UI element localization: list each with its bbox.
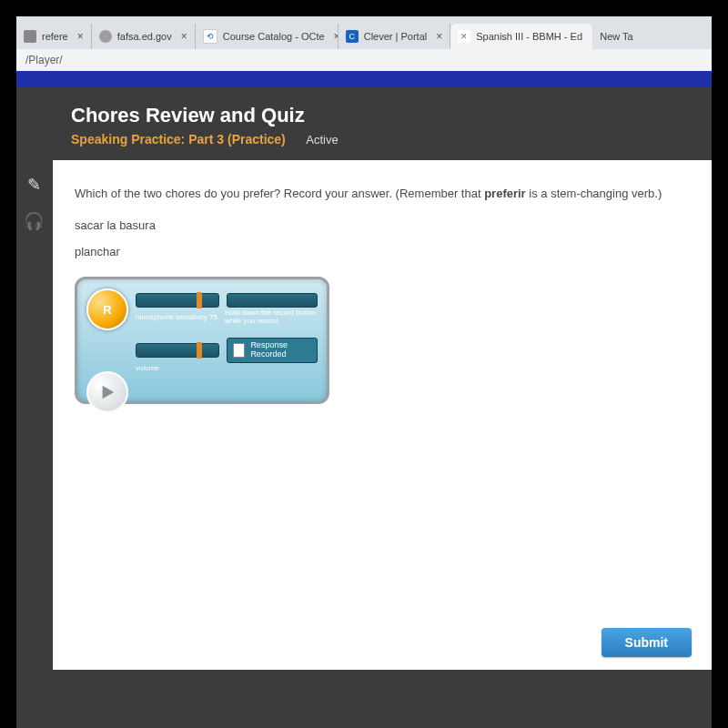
response-recorded-box: Response Recorded — [227, 338, 318, 363]
record-button[interactable]: R — [86, 288, 128, 330]
volume-label: volume — [136, 365, 318, 447]
favicon: C — [346, 30, 359, 43]
record-hint: Hold down the record button while you re… — [225, 309, 318, 326]
tab-reference[interactable]: refere × — [16, 24, 92, 49]
tab-fafsa[interactable]: fafsa.ed.gov × — [92, 24, 196, 49]
lesson-header: Chores Review and Quiz Speaking Practice… — [16, 104, 712, 160]
tab-strip: refere × fafsa.ed.gov × ⟲ Course Catalog… — [16, 16, 712, 49]
tab-label: Course Catalog - OCte — [223, 31, 325, 42]
tool-sidebar: ✎ 🎧 — [24, 175, 44, 231]
browser-chrome: refere × fafsa.ed.gov × ⟲ Course Catalog… — [16, 16, 712, 71]
status-badge: Active — [306, 133, 338, 147]
page-subtitle: Speaking Practice: Part 3 (Practice) — [71, 132, 286, 147]
tab-spanish[interactable]: ✕ Spanish III - BBMH - Ed × — [450, 24, 592, 49]
app-frame: Chores Review and Quiz Speaking Practice… — [16, 87, 712, 728]
favicon: ⟲ — [203, 29, 217, 44]
tab-label: Spanish III - BBMH - Ed — [476, 31, 582, 42]
tab-course-catalog[interactable]: ⟲ Course Catalog - OCte × — [196, 24, 339, 49]
volume-slider[interactable] — [136, 343, 219, 358]
play-button[interactable] — [86, 371, 128, 413]
close-icon[interactable]: × — [77, 30, 84, 43]
svg-marker-0 — [103, 386, 115, 399]
mic-label: microphone sensitivity — [136, 313, 207, 321]
play-icon — [99, 384, 116, 400]
pencil-icon[interactable]: ✎ — [24, 175, 44, 195]
response-label: Response Recorded — [250, 341, 311, 359]
chore-option-1: sacar la basura — [75, 218, 690, 232]
page-title: Chores Review and Quiz — [71, 104, 684, 127]
tab-label: refere — [42, 31, 68, 42]
response-checkbox[interactable] — [233, 343, 245, 358]
question-panel: Which of the two chores do you prefer? R… — [53, 160, 712, 670]
close-icon[interactable]: × — [181, 30, 187, 43]
favicon — [24, 30, 36, 43]
record-level-meter — [227, 293, 318, 308]
tab-new[interactable]: New Ta — [592, 24, 640, 49]
submit-button[interactable]: Submit — [602, 628, 692, 657]
mic-value: 75 — [209, 313, 217, 321]
app-top-bar — [16, 71, 712, 87]
address-bar[interactable]: /Player/ — [16, 49, 712, 71]
tab-clever[interactable]: C Clever | Portal × — [339, 24, 451, 49]
favicon: ✕ — [458, 30, 470, 43]
mic-sensitivity-slider[interactable] — [136, 293, 219, 308]
headphones-icon[interactable]: 🎧 — [24, 211, 44, 231]
tab-label: fafsa.ed.gov — [117, 31, 172, 42]
favicon — [99, 30, 112, 43]
audio-recorder: R microphone sensitivity 75 Hold — [75, 277, 329, 404]
chore-option-2: planchar — [75, 245, 690, 258]
record-icon: R — [103, 303, 111, 317]
address-text: /Player/ — [25, 54, 63, 66]
tab-label: New Ta — [600, 31, 632, 42]
close-icon[interactable]: × — [436, 30, 442, 43]
question-prompt: Which of the two chores do you prefer? R… — [75, 186, 690, 202]
tab-label: Clever | Portal — [364, 31, 428, 42]
